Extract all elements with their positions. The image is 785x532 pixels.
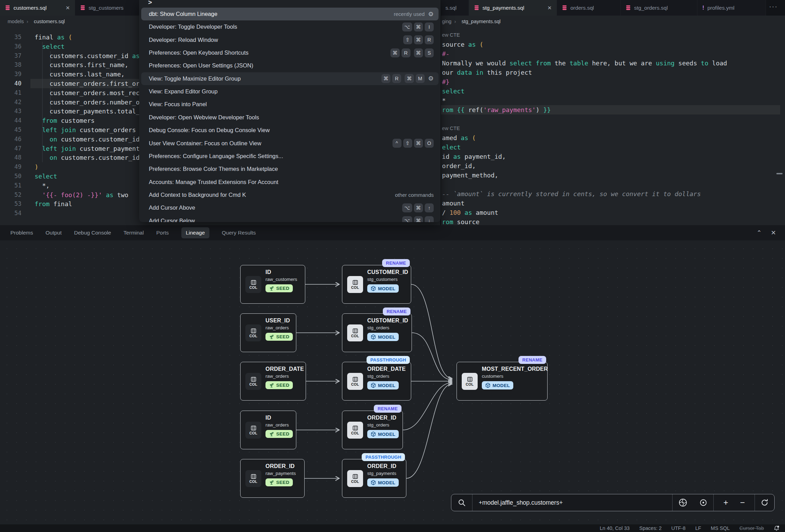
palette-item[interactable]: Developer: Open Webview Developer Tools	[141, 111, 439, 124]
panel-tab-output[interactable]: Output	[45, 230, 62, 236]
lineage-node-order_date-raw_orders[interactable]: COLORDER_DATEraw_ordersSEED	[240, 362, 306, 401]
line-number: 41	[0, 88, 21, 98]
palette-item[interactable]: View: Toggle Maximize Editor Group⌘R⌘M⚙	[141, 72, 439, 85]
close-tab-icon[interactable]: ✕	[547, 5, 552, 11]
columns-icon	[251, 474, 256, 479]
lineage-node-id-raw_customers[interactable]: COLIDraw_customersSEED	[240, 265, 305, 304]
close-tab-icon[interactable]: ✕	[65, 5, 70, 11]
tab-s-sql[interactable]: s.sql	[441, 0, 469, 16]
lineage-node-most_recent_order-customers[interactable]: COLMOST_RECENT_ORDERcustomersMODEL	[457, 362, 548, 401]
code-line: left join customer_orders	[35, 125, 136, 135]
palette-item[interactable]: Preferences: Open Keyboard Shortcuts⌘R⌘S	[141, 46, 439, 59]
more-tabs-icon[interactable]: ···	[769, 3, 778, 10]
panel-tab-ports[interactable]: Ports	[156, 230, 169, 236]
palette-item[interactable]: Preferences: Open User Settings (JSON)	[141, 59, 439, 72]
focus-target-icon[interactable]	[699, 498, 707, 507]
breadcrumb-folder[interactable]: ging	[442, 19, 451, 24]
palette-item-extras: ⌥⌘I	[402, 22, 434, 31]
code-editor-stg-payments[interactable]: ew CTEsource as (#-Normally we would sel…	[441, 27, 785, 225]
status-item-utf-8[interactable]: UTF-8	[671, 525, 686, 531]
col-chip-label: COL	[351, 479, 359, 484]
col-chip-label: COL	[249, 431, 257, 435]
status-item-spaces-2[interactable]: Spaces: 2	[639, 525, 662, 531]
database-icon	[562, 5, 567, 11]
palette-item[interactable]: Developer: Reload Window⇧⌘R	[141, 34, 439, 46]
panel-tab-lineage[interactable]: Lineage	[181, 227, 209, 238]
status-item-ms-sql[interactable]: MS SQL	[711, 525, 730, 531]
status-item-lf[interactable]: LF	[695, 525, 701, 531]
search-icon[interactable]	[451, 494, 472, 511]
breadcrumb-file[interactable]: stg_payments.sql	[461, 19, 500, 24]
palette-item-label: Preferences: Open Keyboard Shortcuts	[149, 49, 249, 56]
node-subtitle: stg_customers	[367, 277, 411, 282]
lineage-node-customer_id-stg_orders[interactable]: COLCUSTOMER_IDstg_ordersMODEL	[342, 313, 412, 352]
panel-tab-debug-console[interactable]: Debug Console	[74, 230, 111, 236]
columns-icon	[352, 280, 358, 285]
palette-item[interactable]: Add Cursor Above⌥⌘↑	[141, 201, 439, 214]
tab-customers-sql[interactable]: customers.sql✕	[0, 0, 75, 16]
scrollbar-marker[interactable]	[776, 173, 783, 174]
palette-item[interactable]: Preferences: Configure Language Specific…	[141, 150, 439, 163]
lineage-node-user_id-raw_orders[interactable]: COLUSER_IDraw_ordersSEED	[240, 313, 296, 352]
lineage-node-order_id-raw_payments[interactable]: COLORDER_IDraw_paymentsSEED	[240, 459, 305, 498]
key-badge: ⇧	[403, 139, 412, 148]
node-body: IDraw_customersSEED	[265, 265, 305, 292]
panel-tab-query-results[interactable]: Query Results	[222, 230, 256, 236]
palette-item[interactable]: Accounts: Manage Trusted Extensions For …	[141, 176, 439, 189]
line-number: 52	[0, 190, 21, 200]
lineage-query-input[interactable]: +model.jaffle_shop.customers+	[472, 494, 673, 511]
gear-icon[interactable]: ⚙	[428, 11, 434, 17]
panel-tab-problems[interactable]: Problems	[10, 230, 33, 236]
lineage-node-order_id-stg_payments[interactable]: COLORDER_IDstg_paymentsMODEL	[342, 459, 406, 498]
key-badge: ⌘	[414, 48, 423, 57]
lineage-node-order_date-stg_orders[interactable]: COLORDER_DATEstg_ordersMODEL	[342, 362, 411, 401]
breadcrumb-folder[interactable]: models	[8, 19, 24, 24]
chevron-up-icon[interactable]: ⌃	[757, 229, 762, 237]
line-number: 40	[0, 79, 21, 88]
palette-item[interactable]: Debug Console: Focus on Debug Console Vi…	[141, 124, 439, 137]
breadcrumb[interactable]: ging › stg_payments.sql	[441, 16, 785, 27]
close-panel-icon[interactable]: ✕	[771, 229, 776, 237]
lineage-node-id-raw_orders[interactable]: COLIDraw_ordersSEED	[240, 411, 296, 449]
palette-item-extras: recently used⚙	[394, 11, 434, 17]
key-badge: ⌘	[414, 139, 423, 148]
status-item-ln-40-col-33[interactable]: Ln 40, Col 33	[600, 525, 630, 531]
palette-item[interactable]: View: Expand Editor Group	[141, 85, 439, 98]
line-number: 43	[0, 107, 21, 116]
breadcrumb-file[interactable]: customers.sql	[34, 19, 65, 24]
gear-icon[interactable]: ⚙	[428, 75, 434, 82]
line-number: 46	[0, 135, 21, 144]
bell-icon[interactable]	[774, 525, 779, 531]
line-number: 54	[0, 209, 21, 218]
tab-stg_payments-sql[interactable]: stg_payments.sql✕	[469, 0, 557, 16]
palette-item[interactable]: User View Container: Focus on Outline Vi…	[141, 137, 439, 150]
palette-item-label: View: Toggle Maximize Editor Group	[149, 75, 241, 82]
zoom-in-button[interactable]: +	[723, 498, 728, 507]
zoom-out-button[interactable]: −	[740, 498, 745, 507]
tab-stg_orders-sql[interactable]: stg_orders.sql	[621, 0, 697, 16]
node-title: ORDER_DATE	[367, 366, 411, 372]
palette-item[interactable]: View: Focus into Panel	[141, 98, 439, 111]
lineage-node-customer_id-stg_customers[interactable]: COLCUSTOMER_IDstg_customersMODEL	[342, 265, 411, 304]
line-number: 39	[0, 70, 21, 79]
palette-item[interactable]: Preferences: Browse Color Themes in Mark…	[141, 163, 439, 175]
palette-item[interactable]: Add Cursor Below⌥⌘↓	[141, 214, 439, 222]
dbt-logo-icon[interactable]	[678, 498, 687, 507]
refresh-icon[interactable]	[755, 494, 774, 511]
tab-orders-sql[interactable]: orders.sql	[557, 0, 621, 16]
cursor-tab-status[interactable]: Cursor Tab	[739, 525, 764, 531]
code-line: #-	[442, 49, 450, 58]
lineage-canvas[interactable]: +model.jaffle_shop.customers+ + − COLIDr…	[0, 240, 785, 532]
panel-tab-terminal[interactable]: Terminal	[124, 230, 144, 236]
palette-item[interactable]: Add Context to Background for Cmd Kother…	[141, 189, 439, 201]
palette-item-label: Add Cursor Above	[149, 204, 195, 211]
tab-profiles-yml[interactable]: !profiles.yml	[697, 0, 766, 16]
cube-icon	[485, 383, 490, 388]
key-badge: ⌥	[402, 22, 412, 31]
palette-item[interactable]: Developer: Toggle Developer Tools⌥⌘I	[141, 20, 439, 33]
lineage-node-order_id-stg_orders[interactable]: COLORDER_IDstg_ordersMODEL	[342, 411, 403, 449]
tab-stg_customers[interactable]: stg_customers	[75, 0, 144, 16]
palette-item[interactable]: dbt: Show Column Lineagerecently used⚙	[141, 8, 439, 20]
line-number: 53	[0, 199, 21, 209]
node-subtitle: stg_payments	[367, 471, 406, 476]
